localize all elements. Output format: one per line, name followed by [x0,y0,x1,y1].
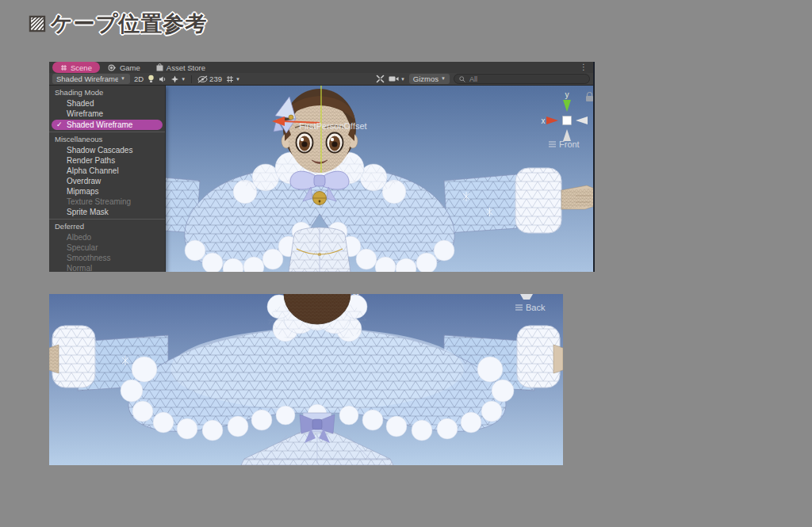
unity-scene-window-front: Scene Game Asset Store ⋮ Shaded Wirefram… [49,62,595,272]
orientation-text-back: Back [526,303,546,312]
object-label-front: FirstPersonOffset [299,121,366,131]
speaker-icon [159,75,167,83]
back-view-render: FirstPersonOffset [49,294,563,465]
window-overflow-menu[interactable]: ⋮ [580,63,590,71]
menu-header-deferred: Deferred [49,221,165,232]
grid-snap-icon [226,75,234,83]
game-icon [108,64,117,71]
chevron-down-icon: ▼ [121,74,125,83]
hatched-square-icon [29,14,48,33]
checkmark-icon: ✓ [56,120,63,129]
menu-item-albedo: Albedo [49,232,165,242]
tools-icon [376,74,385,83]
page-title: ケープ位置参考 [29,10,207,38]
tools-button[interactable] [376,74,385,83]
toolbar-divider [191,75,192,83]
tab-bar: Scene Game Asset Store ⋮ [49,62,593,73]
scene-toolbar: Shaded Wireframe ▼ 2D ▼ [49,73,593,86]
menu-item-shaded-wireframe[interactable]: ✓ Shaded Wireframe [52,120,163,130]
draw-mode-label: Shaded Wireframe [56,74,118,83]
audio-toggle[interactable] [159,75,167,83]
menu-divider [49,132,165,132]
orientation-text-front: Front [559,139,580,149]
scene-viewport-front[interactable]: FirstPersonOffset y x Front [49,86,593,272]
camera-dropdown[interactable]: ▼ [389,75,405,82]
unity-scene-viewport-back[interactable]: FirstPersonOffset [49,294,563,465]
tab-asset-store[interactable]: Asset Store [148,62,213,73]
tab-scene-label: Scene [71,63,92,72]
menu-item-normal: Normal [49,263,165,272]
menu-item-sprite-mask[interactable]: Sprite Mask [49,207,165,217]
scene-visibility-toggle[interactable]: 239 [197,74,222,83]
draw-mode-dropdown[interactable]: Shaded Wireframe ▼ [52,74,130,84]
scene-grid-icon [60,64,67,71]
gizmos-label: Gizmos [413,74,439,83]
menu-item-specular: Specular [49,242,165,253]
menu-item-shaded[interactable]: Shaded [49,98,165,109]
menu-item-shaded-wireframe-label: Shaded Wireframe [67,120,132,129]
asset-store-bag-icon [156,63,163,71]
menu-header-shading-mode: Shading Mode [49,87,165,98]
search-icon [459,76,465,82]
chevron-down-icon: ▼ [441,74,446,83]
menu-item-smoothness: Smoothness [49,253,165,263]
menu-item-mipmaps[interactable]: Mipmaps [49,186,165,197]
search-input[interactable] [468,74,574,84]
menu-item-wireframe[interactable]: Wireframe [49,109,165,119]
chevron-down-icon: ▼ [181,77,186,82]
2d-toggle[interactable]: 2D [134,74,144,83]
tab-game[interactable]: Game [100,62,148,73]
scene-search-field[interactable] [454,74,590,84]
lightbulb-icon [147,74,155,83]
menu-item-shadow-cascades[interactable]: Shadow Cascades [49,145,165,155]
shading-mode-menu: Shading Mode Shaded Wireframe ✓ Shaded W… [49,86,166,272]
grid-snap-dropdown[interactable]: ▼ [226,75,240,83]
hidden-count: 239 [209,74,222,83]
menu-item-texture-streaming: Texture Streaming [49,197,165,207]
axis-y-label: y [565,90,569,99]
menu-divider [49,219,165,220]
tab-scene[interactable]: Scene [52,62,100,73]
menu-header-miscellaneous: Miscellaneous [49,134,165,145]
tab-asset-store-label: Asset Store [167,63,205,72]
tab-game-label: Game [120,63,140,72]
gizmo-center-cube[interactable] [563,116,572,125]
effects-dropdown[interactable]: ▼ [170,75,186,83]
front-torso [289,227,350,272]
menu-item-alpha-channel[interactable]: Alpha Channel [49,166,165,176]
chevron-down-icon: ▼ [236,77,240,82]
gizmos-dropdown[interactable]: Gizmos ▼ [409,74,450,84]
menu-item-render-paths[interactable]: Render Paths [49,155,165,166]
chevron-down-icon: ▼ [400,77,405,82]
camera-icon [389,75,399,82]
page-title-text: ケープ位置参考 [51,10,207,38]
lighting-toggle[interactable] [147,74,155,83]
axis-x-label: x [542,116,546,125]
menu-item-overdraw[interactable]: Overdraw [49,176,165,186]
effects-star-icon [170,75,179,83]
hidden-eye-icon [197,75,208,83]
